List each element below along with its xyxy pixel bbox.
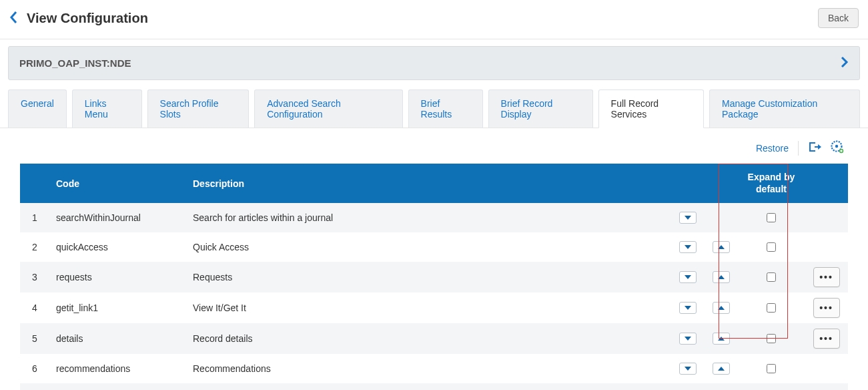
row-actions-cell: ••• xyxy=(805,323,848,354)
th-number xyxy=(20,164,49,203)
svg-marker-9 xyxy=(718,306,725,310)
row-number: 6 xyxy=(20,354,49,383)
tabs: General Links Menu Search Profile Slots … xyxy=(0,80,868,128)
tab-brief-results[interactable]: Brief Results xyxy=(408,89,483,128)
instance-banner-text: PRIMO_OAP_INST:NDE xyxy=(19,57,131,69)
row-expand-cell xyxy=(738,354,805,383)
expand-checkbox[interactable] xyxy=(767,272,776,282)
svg-marker-3 xyxy=(685,216,691,220)
row-code: searchWithinJournal xyxy=(49,203,186,232)
expand-checkbox[interactable] xyxy=(767,364,776,373)
th-move-up xyxy=(705,164,738,203)
row-description: View It/Get It xyxy=(186,292,671,323)
row-actions-cell xyxy=(805,232,848,262)
th-description[interactable]: Description xyxy=(186,164,671,203)
move-down-button[interactable] xyxy=(679,271,697,283)
row-code: requests xyxy=(49,262,186,292)
table-row: 2quickAccessQuick Access xyxy=(20,232,848,262)
settings-gear-icon[interactable] xyxy=(831,140,844,156)
th-actions xyxy=(805,164,848,203)
row-move-up-cell xyxy=(705,262,738,292)
tab-links-menu[interactable]: Links Menu xyxy=(72,89,142,128)
instance-banner[interactable]: PRIMO_OAP_INST:NDE xyxy=(8,46,860,80)
row-description: Tags xyxy=(186,383,671,390)
restore-link[interactable]: Restore xyxy=(756,143,789,154)
table-row: 4getit_link1View It/Get It••• xyxy=(20,292,848,323)
table-row: 6recommendationsRecommendations xyxy=(20,354,848,383)
row-move-down-cell xyxy=(671,232,705,262)
header-left: View Configuration xyxy=(9,11,148,26)
move-down-button[interactable] xyxy=(679,241,697,253)
row-expand-cell xyxy=(738,203,805,232)
move-up-button[interactable] xyxy=(713,241,730,253)
move-down-button[interactable] xyxy=(679,212,697,224)
row-move-up-cell xyxy=(705,203,738,232)
svg-marker-5 xyxy=(718,245,725,249)
svg-marker-4 xyxy=(685,245,691,249)
table-row: 3requestsRequests••• xyxy=(20,262,848,292)
row-description: Quick Access xyxy=(186,232,671,262)
row-number: 5 xyxy=(20,323,49,354)
th-code[interactable]: Code xyxy=(49,164,186,203)
toolbar-divider xyxy=(798,141,799,156)
row-move-down-cell xyxy=(671,354,705,383)
row-expand-cell xyxy=(738,383,805,390)
move-down-button[interactable] xyxy=(679,333,697,345)
tab-advanced-search[interactable]: Advanced Search Configuration xyxy=(254,89,402,128)
tab-manage-customization[interactable]: Manage Customization Package xyxy=(709,89,860,128)
tab-brief-record-display[interactable]: Brief Record Display xyxy=(488,89,593,128)
row-code: quickAccess xyxy=(49,232,186,262)
row-number: 7 xyxy=(20,383,49,390)
row-move-down-cell xyxy=(671,262,705,292)
row-number: 2 xyxy=(20,232,49,262)
row-number: 1 xyxy=(20,203,49,232)
row-description: Recommendations xyxy=(186,354,671,383)
row-actions-cell xyxy=(805,383,848,390)
svg-marker-11 xyxy=(718,337,725,341)
back-chevron-icon[interactable] xyxy=(9,11,19,26)
expand-checkbox[interactable] xyxy=(767,303,776,313)
tab-general[interactable]: General xyxy=(8,89,67,128)
row-move-down-cell xyxy=(671,203,705,232)
svg-marker-7 xyxy=(718,275,725,279)
row-code: recommendations xyxy=(49,354,186,383)
chevron-right-icon[interactable] xyxy=(841,56,849,70)
row-code: getit_link1 xyxy=(49,292,186,323)
row-actions-cell xyxy=(805,203,848,232)
row-move-up-cell xyxy=(705,292,738,323)
th-expand-default[interactable]: Expand by default xyxy=(738,164,805,203)
row-move-down-cell xyxy=(671,323,705,354)
row-description: Record details xyxy=(186,323,671,354)
expand-checkbox[interactable] xyxy=(767,213,776,222)
toolbar: Restore xyxy=(0,128,868,164)
tab-search-profile-slots[interactable]: Search Profile Slots xyxy=(147,89,250,128)
more-actions-button[interactable]: ••• xyxy=(813,298,840,318)
row-expand-cell xyxy=(738,262,805,292)
row-move-up-cell xyxy=(705,354,738,383)
row-actions-cell: ••• xyxy=(805,292,848,323)
move-up-button[interactable] xyxy=(713,363,730,375)
expand-checkbox[interactable] xyxy=(767,242,776,252)
row-move-up-cell xyxy=(705,323,738,354)
services-table: Code Description Expand by default 1sear… xyxy=(20,164,848,390)
move-down-button[interactable] xyxy=(679,363,697,375)
svg-point-1 xyxy=(835,145,838,148)
move-up-button[interactable] xyxy=(713,302,730,314)
expand-checkbox[interactable] xyxy=(767,334,776,343)
move-down-button[interactable] xyxy=(679,302,697,314)
move-up-button[interactable] xyxy=(713,333,730,345)
svg-marker-13 xyxy=(718,367,725,371)
table-row: 7tagsTags xyxy=(20,383,848,390)
tab-full-record-services[interactable]: Full Record Services xyxy=(598,89,704,128)
more-actions-button[interactable]: ••• xyxy=(813,329,840,349)
row-expand-cell xyxy=(738,292,805,323)
more-actions-button[interactable]: ••• xyxy=(813,267,840,287)
back-button[interactable]: Back xyxy=(818,8,859,28)
page-title: View Configuration xyxy=(27,11,148,26)
export-icon[interactable] xyxy=(808,141,821,155)
move-up-button[interactable] xyxy=(713,271,730,283)
row-expand-cell xyxy=(738,232,805,262)
th-move-down xyxy=(671,164,705,203)
table-wrap: Code Description Expand by default 1sear… xyxy=(0,164,868,390)
row-move-down-cell xyxy=(671,292,705,323)
